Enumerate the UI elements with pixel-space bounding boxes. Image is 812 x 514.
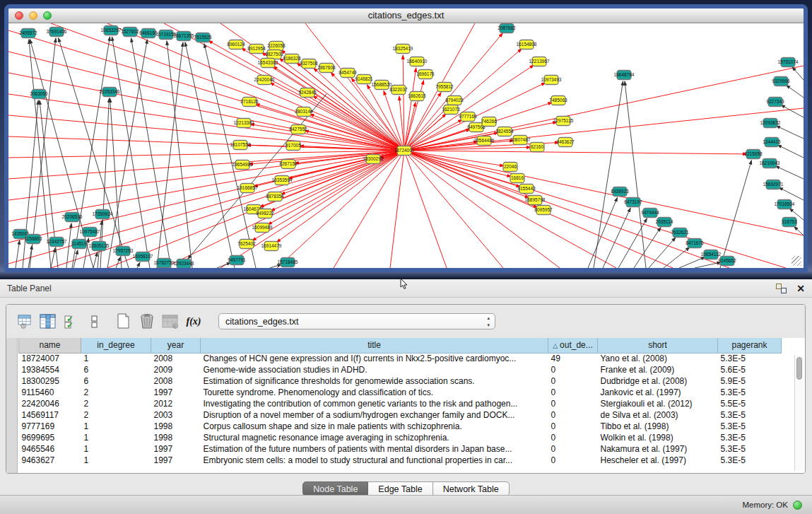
graph-node[interactable]: 6473197 — [624, 198, 642, 207]
graph-node[interactable]: 9327508 — [300, 59, 318, 69]
cell-year[interactable]: 2003 — [151, 409, 201, 421]
graph-node[interactable]: 8267150 — [279, 160, 298, 169]
graph-node[interactable]: 9457791 — [228, 256, 246, 265]
cell-pagerank[interactable]: 5.3E-5 — [718, 387, 782, 398]
table-row[interactable]: 946554611997Estimation of the future num… — [19, 443, 782, 455]
graph-node[interactable]: 17016504 — [775, 200, 795, 209]
graph-node[interactable]: 16099489 — [252, 223, 273, 233]
cell-short[interactable]: Hescheler et al. (1997) — [598, 455, 718, 466]
column-header-in_degree[interactable]: in_degree — [81, 338, 151, 353]
graph-node[interactable]: 114519 — [71, 240, 87, 249]
graph-node[interactable]: 9155443 — [517, 185, 536, 194]
cell-in_degree[interactable]: 6 — [81, 375, 151, 387]
graph-node[interactable]: 16648784 — [614, 71, 635, 80]
graph-node[interactable]: 7632621 — [671, 228, 689, 238]
cell-year[interactable]: 1997 — [151, 443, 201, 455]
network-canvas[interactable]: 1872400718300295896012489129542226058982… — [8, 23, 804, 268]
tab-edge-table[interactable]: Edge Table — [368, 481, 433, 496]
graph-node[interactable]: 16914479 — [261, 242, 282, 251]
cell-in_degree[interactable]: 1 — [81, 353, 151, 364]
cell-pagerank[interactable]: 5.3E-5 — [718, 455, 782, 466]
graph-node[interactable]: 9463627 — [556, 138, 575, 147]
cell-out_degree[interactable]: 0 — [548, 409, 598, 421]
cell-pagerank[interactable]: 5.3E-5 — [718, 432, 782, 443]
graph-node[interactable]: 18640910 — [407, 57, 428, 66]
cell-name[interactable]: 9463627 — [19, 455, 81, 466]
graph-node[interactable]: 16782759 — [154, 259, 175, 268]
graph-node[interactable]: 22046 — [503, 163, 517, 172]
cell-out_degree[interactable]: 0 — [548, 421, 598, 432]
cell-out_degree[interactable]: 49 — [548, 353, 598, 364]
graph-node[interactable]: 20206536 — [62, 213, 83, 222]
cell-out_degree[interactable]: 0 — [548, 364, 598, 375]
cell-title[interactable]: Genome-wide association studies in ADHD. — [201, 364, 548, 375]
cell-name[interactable]: 18724007 — [19, 353, 81, 364]
cell-pagerank[interactable]: 5.6E-5 — [718, 364, 782, 375]
graph-node[interactable]: 8960124 — [227, 40, 245, 49]
table-row[interactable]: 946362711997Embryonic stem cells: a mode… — [19, 455, 782, 466]
table-selector-dropdown[interactable]: citations_edges.txt ▴▾ — [218, 313, 495, 329]
graph-node[interactable]: 62160 — [530, 143, 544, 152]
column-header-short[interactable]: short — [598, 338, 718, 353]
cell-out_degree[interactable]: 0 — [548, 398, 598, 409]
cell-year[interactable]: 1997 — [151, 455, 201, 466]
cell-title[interactable]: Tourette syndrome. Phenomenology and cla… — [201, 387, 548, 398]
graph-node[interactable]: 8322037 — [389, 86, 408, 95]
graph-node[interactable]: 17359924 — [93, 210, 113, 219]
graph-node[interactable]: 22420046 — [254, 76, 275, 85]
cell-short[interactable]: Dudbridge et al. (2008) — [598, 375, 718, 387]
graph-node[interactable]: 2087682 — [498, 24, 516, 33]
graph-node[interactable]: 7625402 — [237, 240, 256, 249]
cell-out_degree[interactable]: 0 — [548, 443, 598, 455]
graph-node[interactable]: 10653267 — [101, 26, 122, 35]
graph-node[interactable]: 2803144 — [295, 107, 313, 117]
graph-node[interactable]: 1862615 — [408, 92, 426, 101]
graph-node[interactable]: 8427552 — [289, 125, 307, 134]
table-row[interactable]: 1456911722003Disruption of a novel membe… — [19, 409, 782, 421]
table-options-button[interactable]: ⚙ — [15, 312, 35, 332]
cell-title[interactable]: Estimation of the future numbers of pati… — [201, 443, 548, 455]
column-header-name[interactable]: name — [19, 338, 81, 353]
graph-node[interactable]: 12975115 — [553, 117, 574, 126]
graph-node[interactable]: 9227343 — [766, 98, 784, 107]
cell-pagerank[interactable]: 5.3E-5 — [718, 409, 782, 421]
graph-node[interactable]: 7485063 — [549, 96, 567, 105]
cell-name[interactable]: 9115460 — [19, 387, 81, 398]
graph-node[interactable]: 10975487 — [80, 228, 100, 237]
cell-year[interactable]: 1998 — [151, 432, 201, 443]
delete-table-button[interactable] — [137, 312, 157, 332]
show-columns-button[interactable] — [38, 312, 58, 332]
graph-node[interactable]: 16543382 — [258, 59, 278, 68]
graph-node[interactable]: 18107553 — [230, 141, 251, 150]
zoom-window-icon[interactable] — [43, 11, 52, 20]
table-row[interactable]: 2242004622012Investigating the contribut… — [19, 398, 782, 409]
float-panel-icon[interactable] — [776, 284, 787, 293]
graph-node[interactable]: 12213383 — [234, 119, 254, 128]
window-resize-grip[interactable] — [792, 256, 801, 266]
cell-name[interactable]: 9699695 — [19, 432, 81, 443]
graph-node[interactable]: 8186328 — [283, 54, 301, 64]
graph-node[interactable]: 1156863 — [25, 235, 42, 244]
graph-node[interactable]: 15751074 — [778, 58, 799, 67]
graph-node[interactable]: 37691406 — [47, 28, 67, 37]
graph-node[interactable]: 9474444 — [641, 209, 659, 218]
cell-short[interactable]: Stergiakouli et al. (2012) — [598, 398, 718, 409]
graph-node[interactable]: 2718126 — [240, 98, 259, 107]
graph-node[interactable]: 1244415 — [763, 138, 781, 147]
table-row[interactable]: 977716911998Corpus callosum shape and si… — [19, 421, 782, 432]
cell-in_degree[interactable]: 1 — [81, 455, 151, 466]
graph-node[interactable]: 15692971 — [763, 180, 784, 189]
minimize-window-icon[interactable] — [29, 11, 37, 20]
graph-node[interactable]: 9777169 — [459, 112, 477, 122]
graph-node[interactable]: 1527602 — [121, 28, 139, 37]
graph-node[interactable]: 9498222 — [256, 209, 274, 218]
scrollbar-thumb[interactable] — [796, 357, 802, 380]
cell-in_degree[interactable]: 1 — [81, 432, 151, 443]
cell-short[interactable]: Nakamura et al. (1997) — [598, 443, 718, 455]
cell-title[interactable]: Estimation of significance thresholds fo… — [201, 375, 548, 387]
cell-short[interactable]: de Silva et al. (2003) — [598, 409, 718, 421]
graph-node[interactable]: 2405572 — [19, 29, 37, 38]
table-vertical-scrollbar[interactable] — [794, 355, 804, 471]
graph-node[interactable]: 9827503 — [265, 50, 283, 59]
graph-node[interactable]: 2063050 — [30, 90, 48, 99]
